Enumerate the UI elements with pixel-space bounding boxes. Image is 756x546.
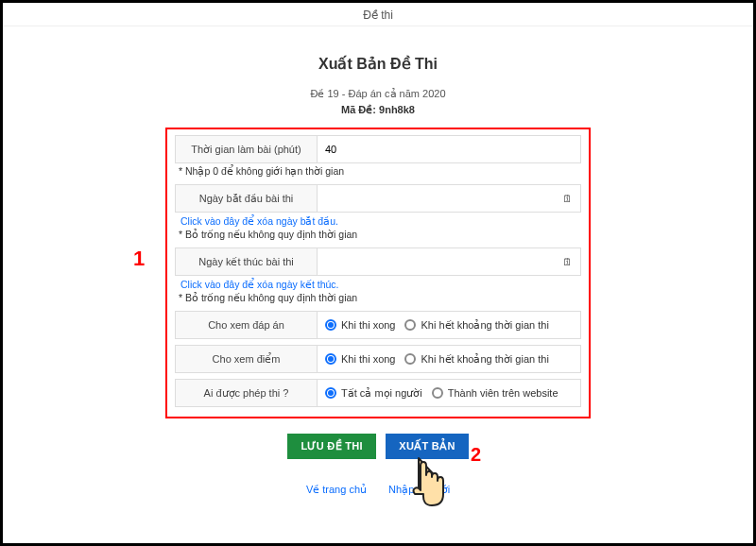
radio-off-icon bbox=[432, 387, 443, 399]
start-date-row: Ngày bắt đầu bài thi 🗓 bbox=[175, 184, 581, 213]
answers-opt-done[interactable]: Khi thi xong bbox=[325, 319, 395, 331]
callout-1: 1 bbox=[133, 247, 145, 271]
app-frame: Đề thi Xuất Bản Đề Thi Đề 19 - Đáp án cả… bbox=[0, 0, 756, 546]
scores-opt-timeover[interactable]: Khi hết khoảng thời gian thi bbox=[404, 353, 548, 366]
allowed-opt-members[interactable]: Thành viên trên website bbox=[432, 387, 558, 399]
exam-code: Mã Đề: 9nh8k8 bbox=[165, 104, 591, 116]
scores-opt-done[interactable]: Khi thi xong bbox=[325, 353, 395, 365]
exam-code-value: 9nh8k8 bbox=[379, 104, 415, 115]
exam-code-label: Mã Đề: bbox=[341, 104, 376, 115]
publish-button[interactable]: XUẤT BẢN bbox=[386, 434, 468, 459]
duration-label: Thời gian làm bài (phút) bbox=[176, 136, 318, 162]
calendar-icon: 🗓 bbox=[562, 193, 573, 204]
radio-on-icon bbox=[325, 387, 336, 399]
save-button[interactable]: LƯU ĐỀ THI bbox=[287, 434, 375, 459]
allowed-row: Ai được phép thi ? Tất cả mọi người Thàn… bbox=[175, 379, 581, 407]
calendar-icon: 🗓 bbox=[562, 256, 573, 267]
form-panel: Đề 19 - Đáp án cả năm 2020 Mã Đề: 9nh8k8… bbox=[156, 78, 600, 509]
radio-on-icon bbox=[325, 353, 336, 365]
home-link[interactable]: Về trang chủ bbox=[306, 484, 367, 495]
start-date-input[interactable]: 🗓 bbox=[318, 185, 580, 212]
settings-highlight: Thời gian làm bài (phút) * Nhập 0 để khô… bbox=[165, 128, 591, 418]
end-date-row: Ngày kết thúc bài thi 🗓 bbox=[175, 247, 581, 276]
answers-label: Cho xem đáp án bbox=[176, 312, 318, 338]
page-title: Xuất Bản Đề Thi bbox=[22, 55, 734, 73]
start-date-note: * Bỏ trống nếu không quy định thời gian bbox=[179, 229, 581, 240]
start-date-label: Ngày bắt đầu bài thi bbox=[176, 185, 318, 212]
breadcrumb: Đề thi bbox=[3, 3, 753, 26]
duration-body bbox=[318, 136, 580, 162]
scores-row: Cho xem điểm Khi thi xong Khi hết khoảng… bbox=[175, 345, 581, 373]
duration-row: Thời gian làm bài (phút) bbox=[175, 135, 581, 163]
end-date-input[interactable]: 🗓 bbox=[318, 248, 580, 275]
allowed-label: Ai được phép thi ? bbox=[176, 380, 318, 406]
answers-opt-timeover[interactable]: Khi hết khoảng thời gian thi bbox=[404, 319, 548, 332]
scores-label: Cho xem điểm bbox=[176, 346, 318, 372]
callout-2: 2 bbox=[471, 444, 481, 466]
radio-off-icon bbox=[404, 319, 416, 331]
bottom-links: Về trang chủ Nhập đề mới bbox=[165, 484, 591, 496]
allowed-opt-all-label: Tất cả mọi người bbox=[341, 387, 422, 400]
scores-opt-timeover-label: Khi hết khoảng thời gian thi bbox=[421, 353, 548, 366]
exam-subtitle: Đề 19 - Đáp án cả năm 2020 bbox=[165, 88, 591, 100]
answers-row: Cho xem đáp án Khi thi xong Khi hết khoả… bbox=[175, 311, 581, 339]
duration-input[interactable] bbox=[325, 136, 573, 162]
clear-end-link[interactable]: Click vào đây để xóa ngày kết thúc. bbox=[180, 279, 581, 290]
answers-opt-done-label: Khi thi xong bbox=[341, 319, 395, 331]
radio-off-icon bbox=[404, 353, 416, 365]
radio-on-icon bbox=[325, 319, 336, 331]
allowed-opt-members-label: Thành viên trên website bbox=[448, 387, 558, 399]
clear-start-link[interactable]: Click vào đây để xóa ngày bắt đầu. bbox=[180, 215, 581, 227]
button-row: LƯU ĐỀ THI XUẤT BẢN bbox=[165, 434, 591, 459]
new-exam-link[interactable]: Nhập đề mới bbox=[388, 484, 450, 495]
answers-opt-timeover-label: Khi hết khoảng thời gian thi bbox=[421, 319, 548, 332]
allowed-opt-all[interactable]: Tất cả mọi người bbox=[325, 387, 422, 400]
end-date-label: Ngày kết thúc bài thi bbox=[176, 248, 318, 275]
scores-opt-done-label: Khi thi xong bbox=[341, 353, 395, 365]
content: Xuất Bản Đề Thi Đề 19 - Đáp án cả năm 20… bbox=[3, 26, 753, 520]
end-date-note: * Bỏ trống nếu không quy định thời gian bbox=[179, 292, 581, 303]
duration-note: * Nhập 0 để không giới hạn thời gian bbox=[179, 165, 581, 177]
